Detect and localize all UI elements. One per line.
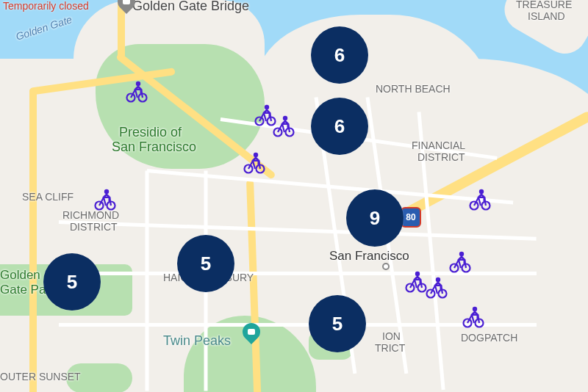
label-water: Golden Gate bbox=[14, 13, 73, 43]
label-presidio: San Francisco bbox=[112, 139, 196, 155]
bike-marker-icon[interactable] bbox=[468, 187, 492, 211]
label-poi-twin-peaks: Twin Peaks bbox=[163, 333, 231, 349]
label-neighborhood: DISTRICT bbox=[70, 221, 118, 233]
label-neighborhood: OUTER SUNSET bbox=[0, 371, 81, 382]
label-neighborhood: ION bbox=[382, 330, 401, 342]
label-neighborhood: DISTRICT bbox=[417, 151, 465, 163]
label-neighborhood: NORTH BEACH bbox=[376, 83, 451, 95]
label-ggpark: Golden bbox=[0, 268, 40, 283]
label-neighborhood: TREASURE bbox=[516, 0, 572, 10]
map-canvas[interactable]: Temporarily closed Golden Gate Golden Ga… bbox=[0, 0, 588, 392]
highway-shield-icon: 80 bbox=[401, 207, 421, 228]
cluster-marker[interactable]: 9 bbox=[346, 189, 404, 247]
road bbox=[146, 171, 149, 391]
label-neighborhood: DOGPATCH bbox=[461, 332, 517, 344]
road bbox=[29, 88, 37, 392]
label-neighborhood: TRICT bbox=[375, 342, 405, 354]
bike-marker-icon[interactable] bbox=[462, 305, 485, 328]
cluster-marker[interactable]: 6 bbox=[311, 98, 368, 155]
label-neighborhood: ISLAND bbox=[528, 10, 565, 22]
label-city: San Francisco bbox=[329, 249, 409, 264]
cluster-marker[interactable]: 5 bbox=[177, 235, 234, 292]
bike-marker-icon[interactable] bbox=[243, 150, 266, 174]
cluster-marker[interactable]: 5 bbox=[309, 295, 366, 352]
label-neighborhood: SEA CLIFF bbox=[22, 191, 74, 203]
bike-marker-icon[interactable] bbox=[425, 275, 448, 299]
bike-marker-icon[interactable] bbox=[448, 250, 472, 273]
label-bridge: Golden Gate Bridge bbox=[132, 0, 249, 14]
label-presidio: Presidio of bbox=[119, 125, 182, 140]
label-road-closure: Temporarily closed bbox=[3, 0, 89, 12]
bike-marker-icon[interactable] bbox=[93, 187, 117, 211]
cluster-marker[interactable]: 5 bbox=[43, 253, 101, 311]
label-neighborhood: RICHMOND bbox=[62, 209, 119, 221]
bike-marker-icon[interactable] bbox=[125, 79, 148, 103]
bike-marker-icon[interactable] bbox=[272, 114, 295, 137]
city-marker-dot bbox=[382, 263, 390, 270]
label-neighborhood: FINANCIAL bbox=[412, 139, 465, 151]
cluster-marker[interactable]: 6 bbox=[311, 26, 368, 84]
